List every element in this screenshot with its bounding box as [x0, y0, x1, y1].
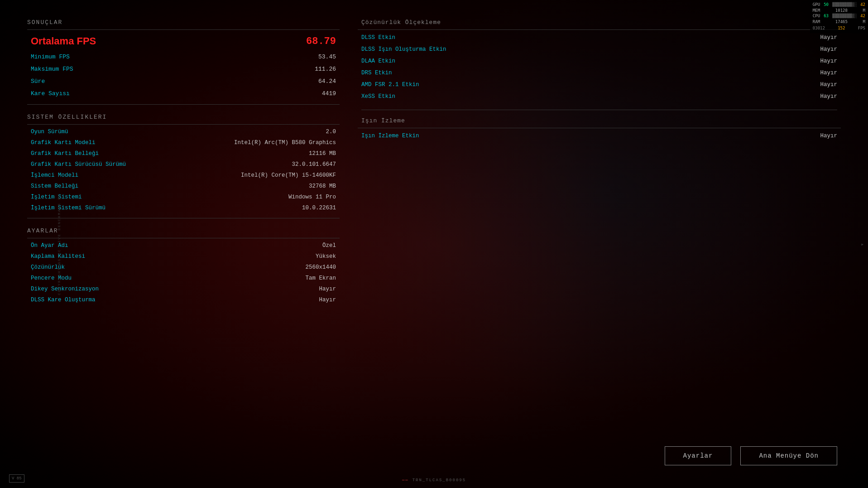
max-fps-row: Maksimum FPS 111.26 — [27, 63, 340, 75]
preset-row: Ön Ayar Adı Özel — [27, 240, 340, 251]
sys-memory-value: 32768 MB — [309, 183, 336, 189]
settings-section-title: Ayarlar — [27, 222, 340, 238]
dlss-frame-value: Hayır — [319, 297, 336, 303]
duration-value: 64.24 — [318, 78, 336, 85]
dlss-ray-label: DLSS Işın Oluşturma Etkin — [361, 46, 446, 53]
frame-count-row: Kare Sayısı 4419 — [27, 87, 340, 100]
cpu-model-row: İşlemci Modeli Intel(R) Core(TM) i5-1460… — [27, 170, 340, 181]
frame-count-label: Kare Sayısı — [31, 90, 70, 97]
min-fps-label: Minimum FPS — [31, 53, 70, 60]
bottom-center-code: —— TRN_TLCAS_B00095 — [402, 478, 466, 483]
results-section-title: Sonuçlar — [27, 14, 340, 30]
version-box: V 85 — [9, 474, 24, 483]
dlaa-label: DLAA Etkin — [361, 58, 395, 64]
drs-label: DRS Etkin — [361, 70, 392, 76]
hud-cpu-val: 63 — [824, 13, 829, 19]
dlss-ray-value: Hayır — [820, 46, 837, 53]
gpu-memory-label: Grafik Kartı Belleği — [31, 150, 99, 157]
hud-fps-val: 152 — [838, 25, 845, 31]
frame-count-value: 4419 — [322, 90, 336, 97]
gpu-model-value: Intel(R) Arc(TM) B580 Graphics — [234, 140, 336, 146]
vsync-label: Dikey Senkronizasyon — [31, 286, 99, 292]
os-label: İşletim Sistemi — [31, 194, 82, 200]
resolution-value: 2560x1440 — [305, 264, 336, 271]
amd-fsr-value: Hayır — [820, 82, 837, 88]
hud-frame-counter: 03012 — [813, 25, 825, 31]
os-value: Windows 11 Pro — [288, 194, 336, 200]
gpu-model-label: Grafik Kartı Modeli — [31, 140, 96, 146]
xess-row: XeSS Etkin Hayır — [358, 91, 841, 102]
hud-fps-label: FPS — [858, 25, 865, 31]
game-version-label: Oyun Sürümü — [31, 129, 68, 135]
dlaa-row: DLAA Etkin Hayır — [358, 55, 841, 67]
dlss-label: DLSS Etkin — [361, 34, 395, 41]
hud-cpu-percent: 42 — [860, 13, 865, 19]
cpu-model-label: İşlemci Modeli — [31, 172, 78, 179]
scaling-section-title: Çözünürlük Ölçekleme — [358, 14, 841, 30]
min-fps-value: 53.45 — [318, 53, 336, 60]
xess-label: XeSS Etkin — [361, 93, 395, 100]
right-side-mark: ► — [861, 242, 863, 246]
dlss-frame-row: DLSS Kare Oluşturma Hayır — [27, 295, 340, 305]
duration-label: Süre — [31, 78, 45, 85]
ray-tracing-row: Işın İzleme Etkin Hayır — [358, 130, 841, 142]
hud-cpu-label: CPU — [813, 13, 820, 19]
dlss-value: Hayır — [820, 34, 837, 41]
amd-fsr-label: AMD FSR 2.1 Etkin — [361, 82, 419, 88]
hud-mem-label: MEM — [813, 8, 820, 14]
gpu-driver-value: 32.0.101.6647 — [292, 161, 336, 168]
dlss-row: DLSS Etkin Hayır — [358, 32, 841, 43]
avg-fps-row: Ortalama FPS 68.79 — [27, 32, 340, 51]
vsync-row: Dikey Senkronizasyon Hayır — [27, 284, 340, 295]
preset-value: Özel — [322, 242, 336, 249]
hud-mem-val: 10128 — [835, 8, 848, 14]
hud-gpu-label: GPU — [813, 2, 820, 8]
window-value: Tam Ekran — [305, 275, 336, 281]
game-version-row: Oyun Sürümü 2.0 — [27, 126, 340, 137]
ray-section-title: Işın İzleme — [358, 112, 841, 128]
max-fps-value: 111.26 — [315, 66, 336, 72]
settings-button[interactable]: Ayarlar — [665, 446, 732, 465]
sys-memory-label: Sistem Belleği — [31, 183, 78, 189]
main-menu-button[interactable]: Ana Menüye Dön — [740, 446, 837, 465]
gpu-memory-value: 12116 MB — [309, 150, 336, 157]
os-version-value: 10.0.22631 — [302, 205, 336, 211]
coating-row: Kaplama Kalitesi Yüksek — [27, 251, 340, 262]
amd-fsr-row: AMD FSR 2.1 Etkin Hayır — [358, 79, 841, 91]
gpu-model-row: Grafik Kartı Modeli Intel(R) Arc(TM) B58… — [27, 137, 340, 148]
hud-ram-unit: M — [863, 19, 865, 25]
preset-label: Ön Ayar Adı — [31, 242, 68, 249]
xess-value: Hayır — [820, 93, 837, 100]
os-row: İşletim Sistemi Windows 11 Pro — [27, 192, 340, 203]
hud-gpu-percent: 42 — [860, 2, 865, 8]
ray-tracing-value: Hayır — [820, 133, 837, 139]
dlss-frame-label: DLSS Kare Oluşturma — [31, 297, 96, 303]
right-panel: Çözünürlük Ölçekleme DLSS Etkin Hayır DL… — [358, 14, 841, 474]
max-fps-label: Maksimum FPS — [31, 66, 73, 72]
coating-value: Yüksek — [316, 253, 336, 260]
drs-value: Hayır — [820, 70, 837, 76]
avg-fps-label: Ortalama FPS — [31, 35, 96, 47]
ray-tracing-label: Işın İzleme Etkin — [361, 133, 419, 139]
hud-overlay: GPU 50 ▓▓▓▓▓▓▓▓▒░ 42 MEM 10128 M CPU 63 … — [810, 0, 868, 33]
min-fps-row: Minimum FPS 53.45 — [27, 51, 340, 63]
gpu-driver-label: Grafik Kartı Sürücüsü Sürümü — [31, 161, 126, 168]
window-label: Pencere Modu — [31, 275, 72, 281]
gpu-memory-row: Grafik Kartı Belleği 12116 MB — [27, 148, 340, 159]
os-version-label: İşletim Sistemi Sürümü — [31, 205, 106, 211]
avg-fps-value: 68.79 — [306, 36, 336, 47]
left-side-watermark: COPYRIGHT GGSOC LIVE BENCHMARK BY — [57, 193, 61, 295]
window-row: Pencere Modu Tam Ekran — [27, 273, 340, 284]
dlss-ray-row: DLSS Işın Oluşturma Etkin Hayır — [358, 43, 841, 55]
gpu-driver-row: Grafik Kartı Sürücüsü Sürümü 32.0.101.66… — [27, 159, 340, 170]
hud-ram-label: RAM — [813, 19, 820, 25]
resolution-row: Çözünürlük 2560x1440 — [27, 262, 340, 273]
duration-row: Süre 64.24 — [27, 75, 340, 87]
sys-memory-row: Sistem Belleği 32768 MB — [27, 181, 340, 192]
cpu-model-value: Intel(R) Core(TM) i5-14600KF — [241, 172, 336, 179]
drs-row: DRS Etkin Hayır — [358, 67, 841, 79]
hud-mem-unit: M — [863, 8, 865, 14]
system-section-title: Sistem Özellikleri — [27, 108, 340, 125]
hud-ram-val: 17465 — [835, 19, 848, 25]
hud-gpu-val: 50 — [824, 2, 829, 8]
